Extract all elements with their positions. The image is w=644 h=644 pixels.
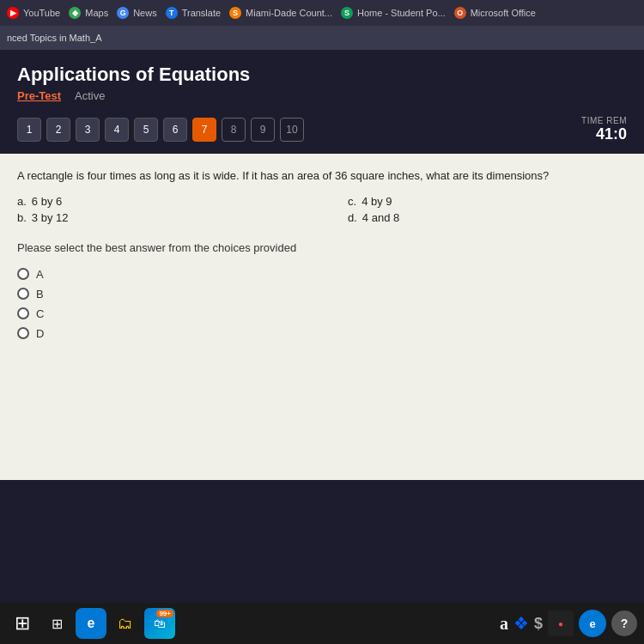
tab-miami-label: Miami-Dade Count...: [246, 8, 332, 18]
question-btn-8[interactable]: 8: [222, 118, 246, 142]
radio-circle-d[interactable]: [17, 327, 29, 339]
taskbar-right-area: a ❖ $ ● e ?: [500, 610, 637, 637]
radio-label-a: A: [36, 268, 44, 281]
question-btn-6[interactable]: 6: [163, 118, 187, 142]
question-btn-2[interactable]: 2: [46, 118, 70, 142]
time-remaining-value: 41:0: [581, 125, 627, 143]
taskbar: ⊞ ⊞ e 🗂 🛍 99+ a ❖ $ ● e ?: [0, 603, 644, 644]
question-btn-4[interactable]: 4: [105, 118, 129, 142]
browser-tab-bar: ▶ YouTube ◆ Maps G News T Translate S Mi…: [0, 0, 644, 26]
question-btn-3[interactable]: 3: [76, 118, 100, 142]
tab-miami[interactable]: S Miami-Dade Count...: [229, 7, 332, 19]
dollar-icon[interactable]: $: [534, 615, 543, 633]
radio-option-c[interactable]: C: [17, 307, 627, 320]
main-content: Applications of Equations Pre-Test Activ…: [0, 50, 644, 603]
tab-maps[interactable]: ◆ Maps: [69, 7, 108, 19]
youtube-icon: ▶: [7, 7, 19, 19]
microsoft-icon: O: [454, 7, 466, 19]
answers-grid: a. 6 by 6 c. 4 by 9 b. 3 by 12 d. 4 and …: [17, 195, 627, 224]
help-button[interactable]: ?: [611, 611, 637, 636]
page-subtitle: Pre-Test Active: [17, 89, 627, 102]
tab-translate[interactable]: T Translate: [166, 7, 221, 19]
tab-home[interactable]: S Home - Student Po...: [341, 7, 446, 19]
answer-d-letter: d.: [348, 211, 357, 224]
tab-microsoft-label: Microsoft Office: [471, 8, 536, 18]
autocorrect-icon[interactable]: a: [500, 614, 508, 634]
tab-news-label: News: [133, 8, 157, 18]
question-btn-1[interactable]: 1: [17, 118, 41, 142]
tab-microsoft[interactable]: O Microsoft Office: [454, 7, 536, 19]
task-view-button[interactable]: ⊞: [41, 608, 72, 639]
store-icon[interactable]: 🛍 99+: [144, 608, 175, 639]
radio-circle-a[interactable]: [17, 268, 29, 280]
please-select-text: Please select the best answer from the c…: [17, 241, 627, 254]
question-text: A rectangle is four times as long as it …: [17, 167, 627, 185]
tab-maps-label: Maps: [85, 8, 108, 18]
tab-youtube[interactable]: ▶ YouTube: [7, 7, 60, 19]
answer-a-text: 6 by 6: [32, 195, 62, 208]
answer-c-text: 4 by 9: [361, 195, 392, 208]
miami-icon: S: [229, 7, 241, 19]
news-icon: G: [117, 7, 129, 19]
edge-browser-icon[interactable]: e: [76, 608, 106, 639]
radio-circle-b[interactable]: [17, 288, 29, 300]
pretest-label[interactable]: Pre-Test: [17, 89, 61, 102]
answer-d: d. 4 and 8: [348, 211, 627, 224]
answer-a: a. 6 by 6: [17, 195, 296, 208]
tab-translate-label: Translate: [182, 8, 221, 18]
radio-option-a[interactable]: A: [17, 268, 627, 281]
bookmark-bar: nced Topics in Math_A: [0, 26, 644, 50]
help-icon: ?: [621, 617, 629, 630]
radio-label-c: C: [36, 307, 44, 320]
answer-d-text: 4 and 8: [362, 211, 399, 224]
page-header: Applications of Equations Pre-Test Activ…: [0, 50, 644, 109]
radio-label-d: D: [36, 327, 44, 340]
radio-option-b[interactable]: B: [17, 288, 627, 301]
maps-icon: ◆: [69, 7, 81, 19]
radio-label-b: B: [36, 288, 44, 301]
radio-options: A B C D: [17, 268, 627, 340]
answer-b-text: 3 by 12: [32, 211, 69, 224]
radio-circle-c[interactable]: [17, 307, 29, 319]
answer-a-letter: a.: [17, 195, 27, 208]
dropbox-icon[interactable]: ❖: [513, 613, 529, 634]
question-navigation: 1 2 3 4 5 6 7 8 9 10 TIME REM 41:0: [0, 109, 644, 150]
edge-secondary-icon[interactable]: e: [579, 610, 606, 637]
windows-start-button[interactable]: ⊞: [7, 608, 38, 639]
tab-home-label: Home - Student Po...: [357, 8, 446, 18]
bookmark-label: nced Topics in Math_A: [7, 33, 101, 43]
answer-b-letter: b.: [17, 211, 27, 224]
answer-b: b. 3 by 12: [17, 211, 296, 224]
question-box: A rectangle is four times as long as it …: [0, 154, 644, 480]
question-btn-7[interactable]: 7: [192, 118, 216, 142]
translate-icon: T: [166, 7, 178, 19]
store-notification-badge: 99+: [156, 610, 173, 617]
question-btn-5[interactable]: 5: [134, 118, 158, 142]
time-remaining: TIME REM 41:0: [581, 116, 627, 143]
recording-icon[interactable]: ●: [548, 611, 574, 636]
active-label: Active: [75, 89, 105, 102]
question-btn-9[interactable]: 9: [251, 118, 275, 142]
page-title: Applications of Equations: [17, 64, 627, 86]
question-btn-10[interactable]: 10: [280, 118, 304, 142]
answer-c: c. 4 by 9: [348, 195, 627, 208]
answer-c-letter: c.: [348, 195, 356, 208]
tab-youtube-label: YouTube: [23, 8, 60, 18]
home-icon: S: [341, 7, 353, 19]
radio-option-d[interactable]: D: [17, 327, 627, 340]
file-explorer-icon[interactable]: 🗂: [110, 608, 141, 639]
time-remaining-label: TIME REM: [581, 116, 627, 125]
tab-news[interactable]: G News: [117, 7, 157, 19]
